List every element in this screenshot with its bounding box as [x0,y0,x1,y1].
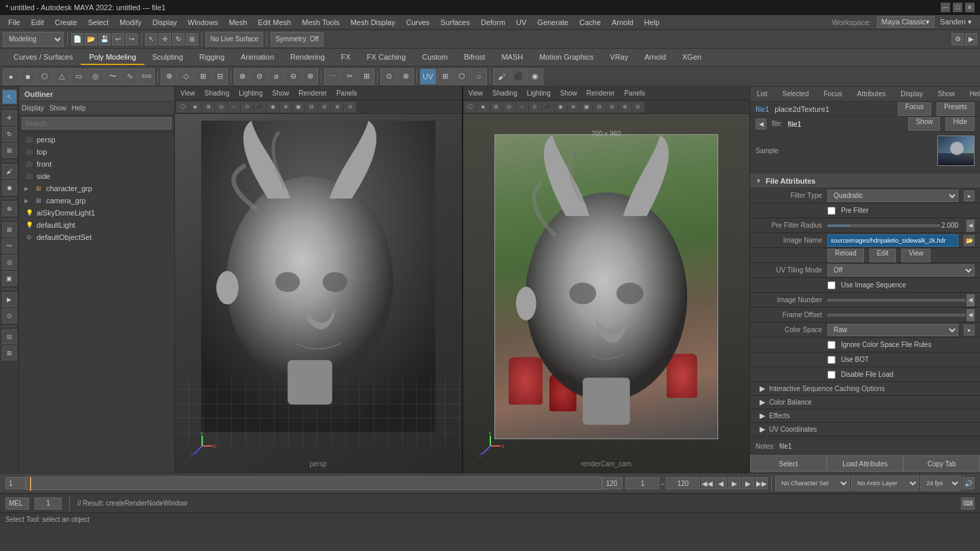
menu-mesh-tools[interactable]: Mesh Tools [296,17,345,28]
frame-field[interactable] [35,497,62,510]
ignore-color-space-checkbox[interactable] [827,341,836,349]
focus-btn[interactable]: Focus [898,102,931,116]
script-editor-btn[interactable]: ⌨ [961,497,975,510]
tree-item-char-grp[interactable]: ▶ ⊞ character_grp [19,182,174,195]
outliner-menu-show[interactable]: Show [50,104,66,112]
tb-svg[interactable]: SVG [138,68,155,85]
image-number-slider-btn[interactable]: ◀ [966,294,975,306]
vp-right-icon13[interactable]: ⊗ [619,102,631,113]
filter-type-dropdown[interactable]: Quadratic [827,190,958,202]
display-layer-lt[interactable]: ⊟ [2,329,17,344]
anim-layer-select[interactable]: No Anim Layer [851,476,919,491]
vp-right-icon5[interactable]: ○ [516,102,528,113]
vp-left-icon3[interactable]: ⊞ [202,102,214,113]
tb-bevel[interactable]: ◇ [178,68,194,85]
tb-separate[interactable]: ⊘ [251,68,267,85]
timeline-range-end-input[interactable] [666,477,700,489]
rp-tab-focus[interactable]: Focus [819,89,846,99]
ipr-lt[interactable]: ⊙ [2,308,17,323]
tab-animation[interactable]: Animation [233,50,282,65]
snap-curve-lt[interactable]: 〜 [2,239,17,253]
vp-right-icon10[interactable]: ▣ [581,102,593,113]
tree-item-persp[interactable]: 🎥 persp [19,134,174,146]
view-btn[interactable]: View [901,249,931,262]
vp-left-icon10[interactable]: ▣ [292,102,305,113]
tab-motion-graphics[interactable]: Motion Graphics [531,50,602,65]
rotate-tool-btn[interactable]: ↻ [172,33,184,45]
tree-item-default-light[interactable]: 💡 defaultLight [19,219,174,231]
image-name-input[interactable] [827,234,958,247]
file-attributes-header[interactable]: ▼ File Attributes [750,174,980,188]
window-controls[interactable]: — □ ✕ [941,3,975,12]
vp-right-show[interactable]: Show [557,89,580,97]
sound-btn[interactable]: 🔊 [962,477,975,489]
expand-collapse-btn[interactable]: ◀ [756,119,766,129]
tb-insert-loop[interactable]: ⊞ [358,68,374,85]
tb-fill[interactable]: ⊟ [212,68,228,85]
vp-left-renderer[interactable]: Renderer [296,89,330,97]
tb-planar[interactable]: ⊞ [437,68,453,85]
presets-btn[interactable]: Presets [937,102,975,116]
tree-item-top[interactable]: 🎥 top [19,146,174,158]
scale-tool-btn[interactable]: ⊞ [186,33,198,45]
tb-cylindrical[interactable]: ⬡ [454,68,470,85]
hide-btn[interactable]: Hide [945,117,975,131]
tab-fx-caching[interactable]: FX Caching [359,50,414,65]
tb-loop-cut[interactable]: ⋯ [324,68,340,85]
tree-item-default-obj-set[interactable]: ⊙ defaultObjectSet [19,231,174,243]
vp-right-shading[interactable]: Shading [490,89,520,97]
vp-left-show[interactable]: Show [269,89,292,97]
edit-btn[interactable]: Edit [869,249,896,262]
symmetry-btn[interactable]: Symmetry: Off [271,32,324,47]
use-bot-checkbox[interactable] [827,356,836,364]
menu-modify[interactable]: Modify [114,17,146,28]
soft-mod-lt[interactable]: ◉ [2,180,17,195]
tb-target-weld[interactable]: ⊙ [380,68,397,85]
pre-filter-checkbox[interactable] [827,207,836,215]
menu-edit-mesh[interactable]: Edit Mesh [252,17,296,28]
tb-sphere[interactable]: ● [3,68,19,85]
color-space-dropdown[interactable]: Raw [827,324,958,336]
use-image-seq-checkbox[interactable] [827,281,836,289]
close-btn[interactable]: ✕ [965,3,975,12]
vp-left-icon2[interactable]: ■ [189,102,201,113]
vp-left-icon8[interactable]: ◉ [267,102,279,113]
user-name[interactable]: Sanden ▾ [935,16,977,28]
vp-left-shading[interactable]: Shading [202,89,233,97]
tb-smooth[interactable]: ⌀ [268,68,284,85]
rotate-tool-lt[interactable]: ↻ [2,127,17,142]
outliner-search-input[interactable] [22,117,172,129]
vp-right-view[interactable]: View [466,89,486,97]
uv-tiling-dropdown[interactable]: Off [827,264,975,277]
timeline-prev-frame-btn[interactable]: ◀ [715,477,727,489]
anim-layer-lt[interactable]: ⊞ [2,346,17,361]
tab-bifrost[interactable]: Bifrost [456,50,493,65]
vp-left-panels[interactable]: Panels [334,89,360,97]
rp-tab-display[interactable]: Display [897,89,927,99]
tab-poly-modeling[interactable]: Poly Modeling [81,50,144,65]
vp-left-icon1[interactable]: ⬡ [176,102,189,113]
rp-tab-show[interactable]: Show [934,89,959,99]
vp-right-lighting[interactable]: Lighting [524,89,553,97]
vp-right-icon3[interactable]: ⊞ [490,102,503,113]
menu-deform[interactable]: Deform [475,17,511,28]
minimize-btn[interactable]: — [941,3,950,12]
no-live-btn[interactable]: No Live Surface [205,32,263,47]
timeline-play-back-btn[interactable]: ◀◀ [701,477,713,489]
timeline-play-fwd-btn[interactable]: ▶▶ [756,477,768,489]
tb-torus[interactable]: ◎ [87,68,104,85]
tb-curve[interactable]: 〜 [104,68,121,85]
select-all-btn[interactable]: Select [750,455,827,472]
vp-left-icon14[interactable]: ⊘ [344,102,356,113]
tab-mash[interactable]: MASH [493,50,531,65]
menu-windows[interactable]: Windows [182,17,224,28]
menu-uv[interactable]: UV [511,17,532,28]
menu-cache[interactable]: Cache [574,17,606,28]
file1-label[interactable]: file1 [756,105,769,113]
menu-mesh-display[interactable]: Mesh Display [345,17,401,28]
tree-item-ai-sky[interactable]: 💡 aiSkyDomeLight1 [19,207,174,219]
rp-tab-attributes[interactable]: Attributes [853,89,890,99]
copy-tab-btn[interactable]: Copy Tab [903,455,980,472]
show-manip-lt[interactable]: ⊕ [2,201,17,216]
show-btn[interactable]: Show [908,117,940,131]
